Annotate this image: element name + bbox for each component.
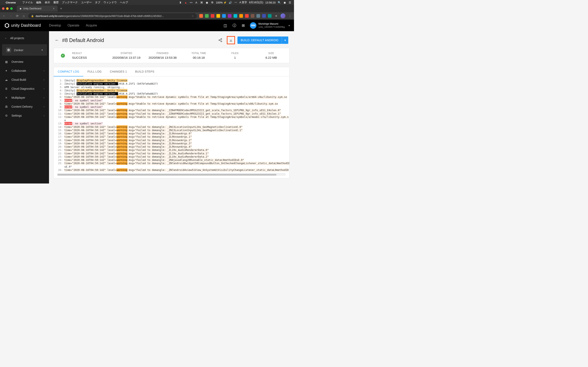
chevron-right-icon: › — [44, 105, 44, 108]
sidebar-item-icon: ▦ — [4, 60, 8, 63]
home-button[interactable]: ⌂ — [22, 14, 26, 18]
extension-icon[interactable] — [256, 14, 260, 18]
menubar-item[interactable]: ファイル — [22, 1, 33, 4]
macos-menubar: Chrome ファイル編集表示履歴ブックマークユーザータブウィンドウヘルプ ⧗ … — [0, 0, 294, 5]
menubar-item[interactable]: ウィンドウ — [104, 1, 117, 4]
tray-icon[interactable]: ⌘ — [200, 1, 203, 4]
tab-full-log[interactable]: FULL LOG — [83, 67, 106, 76]
sidebar-item[interactable]: ✕Multiplayer› — [0, 93, 49, 102]
menubar-item[interactable]: タブ — [95, 1, 100, 4]
sidebar-item[interactable]: ✦Collaborate› — [0, 66, 49, 75]
new-tab-button[interactable]: + — [58, 7, 65, 11]
svg-point-0 — [221, 39, 222, 40]
tab-compact-log[interactable]: COMPACT LOG — [54, 67, 83, 76]
wifi-icon[interactable]: ⧉ — [211, 1, 214, 4]
build-summary: RESULT SUCCESS STARTED 2020/08/16 13:37:… — [53, 48, 290, 63]
user-switch-icon[interactable]: ◉ — [205, 1, 209, 4]
started-value: 2020/08/16 13:37:19 — [108, 56, 144, 59]
nav-operate[interactable]: Operate — [68, 24, 79, 27]
control-center-icon[interactable]: ☰ — [288, 1, 292, 4]
extension-icon[interactable] — [211, 14, 214, 18]
log-output[interactable]: 1: [Unity] DisplayProgressbar: Unity lic… — [54, 76, 289, 178]
menubar-item[interactable]: ユーザー — [81, 1, 92, 4]
sidebar-item[interactable]: ⚙Settings› — [0, 111, 49, 120]
chevron-right-icon: › — [44, 96, 44, 99]
time-display[interactable]: 13:56:20 — [265, 1, 276, 4]
menubar-item[interactable]: ブックマーク — [62, 1, 78, 4]
extension-icon[interactable] — [268, 14, 272, 18]
nav-acquire[interactable]: Acquire — [86, 24, 97, 27]
horizontal-scrollbar[interactable] — [57, 173, 286, 176]
sidebar-item-icon: ⚙ — [4, 114, 8, 117]
address-bar[interactable]: 🔒 dashboard.unity3d.com/organizations/15… — [28, 13, 197, 19]
extension-icon[interactable] — [216, 14, 220, 18]
tray-icon[interactable]: A — [195, 1, 198, 4]
sidebar-item-icon: 🖶 — [4, 105, 8, 108]
chevron-right-icon: › — [44, 69, 44, 72]
tray-icon[interactable]: 〰 — [234, 1, 237, 4]
extension-icon[interactable] — [251, 14, 254, 18]
app-menu[interactable]: Chrome — [6, 1, 16, 4]
extensions-icon[interactable]: ✦ — [274, 14, 278, 18]
tab-changes[interactable]: CHANGES 1 — [106, 67, 131, 76]
download-button[interactable] — [227, 36, 235, 44]
info-icon[interactable]: ⓘ — [232, 23, 237, 28]
menubar-item[interactable]: ヘルプ — [120, 1, 128, 4]
inbox-icon[interactable]: ◫ — [223, 23, 228, 28]
menu-icon[interactable]: ⋮ — [288, 14, 292, 18]
reload-button[interactable]: ⟳ — [15, 14, 19, 18]
extension-icon[interactable] — [199, 14, 203, 18]
extension-icon[interactable] — [205, 14, 209, 18]
build-dropdown-caret[interactable]: ▾ — [282, 36, 288, 44]
menubar-item[interactable]: 編集 — [36, 1, 42, 4]
share-button[interactable] — [216, 36, 224, 44]
success-status-icon — [61, 54, 65, 58]
extension-icon[interactable] — [222, 14, 226, 18]
spotlight-icon[interactable]: 🔍 — [278, 1, 281, 4]
back-button[interactable]: ← — [2, 14, 6, 18]
extension-icon[interactable] — [262, 14, 266, 18]
log-line: 4: [Unity] DisplayProgressbar: Unity lic… — [57, 89, 286, 92]
back-arrow-button[interactable]: ← — [55, 38, 59, 43]
sidebar-item[interactable]: ☁Cloud Build› — [0, 75, 49, 84]
caret-down-icon: ▾ — [288, 24, 290, 27]
log-line: 15: time="2020-08-16T04:50:14Z" level=wa… — [57, 129, 286, 132]
user-menu[interactable]: MM Morishige Masumi unity_HA0WK7Tn6AW9bg… — [250, 22, 290, 29]
profile-avatar-icon[interactable] — [281, 13, 285, 18]
browser-tab[interactable]: ◆ Unity Dashboard ✕ — [17, 6, 58, 12]
sidebar-item[interactable]: 🖶Content Delivery› — [0, 102, 49, 111]
siri-icon[interactable]: ◉ — [283, 1, 286, 4]
close-tab-icon[interactable]: ✕ — [53, 7, 55, 10]
build-button[interactable]: BUILD: DEFAULT ANDROID ▾ — [237, 36, 288, 44]
close-window-button[interactable] — [2, 7, 4, 10]
nav-develop[interactable]: Develop — [49, 24, 61, 27]
forward-button[interactable]: → — [9, 14, 13, 18]
ime-status[interactable]: A 英字 — [239, 1, 247, 4]
unity-header: unity Dashboard Develop Operate Acquire … — [0, 20, 294, 31]
unity-logo[interactable]: unity Dashboard — [4, 23, 41, 28]
maximize-window-button[interactable] — [10, 7, 13, 10]
battery-status[interactable]: 100% ⚡ — [216, 1, 227, 4]
volume-icon[interactable]: 🔊 — [229, 1, 232, 4]
extension-icon[interactable] — [233, 14, 237, 18]
warning-tray-icon[interactable]: ▲ — [184, 1, 187, 4]
tab-build-steps[interactable]: BUILD STEPS — [131, 67, 158, 76]
log-line: 6: time="2020-08-16T04:50:14Z" level=war… — [57, 95, 286, 99]
sidebar-back-link[interactable]: ← All projects — [0, 34, 49, 42]
extension-icon[interactable] — [228, 14, 232, 18]
apps-icon[interactable]: ⊞ — [241, 23, 246, 28]
menubar-item[interactable]: 履歴 — [53, 1, 59, 4]
sidebar-item[interactable]: 🗎Cloud Diagnostics› — [0, 84, 49, 93]
date-display[interactable]: 8月16日(日) — [249, 1, 263, 4]
unity-tray-icon[interactable]: ⧗ — [179, 1, 182, 4]
extension-icon[interactable] — [239, 14, 243, 18]
project-selector[interactable]: Zenker ▾ — [2, 44, 47, 56]
extension-icon[interactable] — [245, 14, 249, 18]
menubar-item[interactable]: 表示 — [45, 1, 50, 4]
minimize-window-button[interactable] — [6, 7, 9, 10]
star-icon[interactable]: ☆ — [191, 15, 194, 17]
tray-icon[interactable]: 👓 — [190, 1, 193, 4]
log-line: 22: time="2020-08-16T04:50:14Z" level=wa… — [57, 152, 286, 155]
sidebar-item[interactable]: ▦Overview — [0, 57, 49, 66]
log-line: 19: time="2020-08-16T04:50:14Z" level=wa… — [57, 142, 286, 145]
